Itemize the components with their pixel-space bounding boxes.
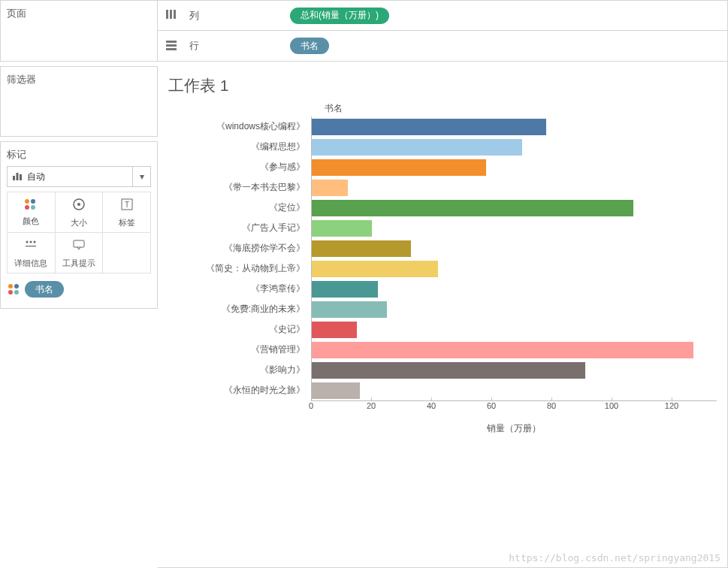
svg-rect-10: [26, 246, 36, 246]
category-label: 《简史：从动物到上帝》: [168, 258, 311, 279]
marks-empty-cell: [103, 233, 151, 273]
bar-row: [312, 340, 717, 360]
bar-row: [312, 319, 717, 340]
bar[interactable]: [312, 261, 438, 277]
svg-text:T: T: [125, 201, 129, 209]
axis-tick: 20: [367, 401, 376, 410]
svg-rect-13: [170, 10, 172, 19]
chevron-down-icon: ▾: [132, 167, 150, 186]
marks-label-label: 标签: [119, 217, 135, 228]
bar[interactable]: [312, 119, 546, 135]
svg-point-7: [26, 240, 29, 243]
bar[interactable]: [312, 281, 378, 298]
bar[interactable]: [312, 240, 411, 257]
bars-container: [312, 116, 717, 400]
marks-size-button[interactable]: 大小: [56, 192, 104, 233]
marks-detail-button[interactable]: 详细信息: [8, 233, 56, 273]
axis-tick: 0: [309, 401, 313, 410]
bar-row: [312, 360, 717, 380]
svg-rect-2: [20, 174, 22, 180]
watermark: https://blog.csdn.net/springyang2015: [509, 552, 720, 563]
bar-chart-icon: [12, 171, 23, 183]
bar[interactable]: [312, 342, 693, 358]
sheet-title: 工作表 1: [168, 75, 717, 96]
category-label: 《带一本书去巴黎》: [168, 177, 311, 198]
color-encoding-row[interactable]: 书名: [7, 281, 151, 298]
category-label: 《营销管理》: [168, 340, 311, 360]
bar[interactable]: [312, 382, 360, 399]
bar[interactable]: [312, 180, 348, 196]
bar[interactable]: [312, 200, 633, 216]
category-label: 《免费:商业的未来》: [168, 299, 311, 319]
bar-row: [312, 157, 717, 177]
bar-row: [312, 238, 717, 258]
bar-row: [312, 198, 717, 218]
rows-icon: [165, 40, 179, 53]
bar[interactable]: [312, 322, 357, 338]
size-icon: [71, 197, 86, 214]
bar[interactable]: [312, 301, 387, 318]
mark-type-dropdown[interactable]: 自动 ▾: [7, 166, 151, 187]
columns-icon: [165, 9, 179, 22]
marks-detail-label: 详细信息: [14, 258, 47, 269]
category-label: 《永恒的时光之旅》: [168, 380, 311, 400]
color-icon: [23, 198, 38, 213]
visualization-area: 工作表 1 书名 《windows核心编程》《编程思想》《参与感》《带一本书去巴…: [158, 62, 728, 568]
category-label: 《参与感》: [168, 157, 311, 177]
category-labels: 《windows核心编程》《编程思想》《参与感》《带一本书去巴黎》《定位》《广告…: [168, 116, 311, 400]
svg-point-8: [30, 240, 32, 243]
bar-row: [312, 299, 717, 319]
svg-rect-17: [166, 48, 177, 50]
marks-size-label: 大小: [71, 217, 87, 228]
marks-tooltip-label: 工具提示: [62, 258, 95, 269]
bar-row: [312, 137, 717, 157]
pages-panel: 页面: [0, 0, 158, 62]
axis-tick: 120: [665, 401, 678, 410]
bar[interactable]: [312, 139, 522, 156]
rows-shelf[interactable]: 行 书名: [158, 31, 728, 62]
axis-tick: 100: [605, 401, 618, 410]
bar-row: [312, 279, 717, 299]
color-icon: [7, 282, 20, 296]
category-label: 《影响力》: [168, 360, 311, 380]
marks-color-button[interactable]: 颜色: [8, 192, 56, 233]
marks-tooltip-button[interactable]: 工具提示: [56, 233, 104, 273]
columns-shelf[interactable]: 列 总和(销量（万册）): [158, 0, 728, 31]
tooltip-icon: [71, 237, 86, 255]
x-axis: 020406080100120 销量（万册）: [311, 400, 717, 431]
category-label: 《史记》: [168, 319, 311, 340]
category-label: 《编程思想》: [168, 137, 311, 157]
color-encoding-pill[interactable]: 书名: [25, 281, 64, 298]
detail-icon: [23, 237, 38, 255]
pages-title: 页面: [7, 7, 151, 20]
bar[interactable]: [312, 220, 372, 237]
category-label: 《广告人手记》: [168, 218, 311, 238]
svg-rect-11: [74, 240, 84, 247]
mark-type-label: 自动: [27, 171, 45, 183]
chart: 书名 《windows核心编程》《编程思想》《参与感》《带一本书去巴黎》《定位》…: [168, 102, 717, 431]
category-label: 《定位》: [168, 198, 311, 218]
category-label: 《海底捞你学不会》: [168, 238, 311, 258]
bar[interactable]: [312, 159, 486, 176]
axis-tick: 40: [427, 401, 436, 410]
x-axis-label: 销量（万册）: [487, 422, 541, 435]
marks-title: 标记: [7, 148, 151, 162]
svg-rect-15: [166, 41, 177, 43]
bar-row: [312, 258, 717, 279]
axis-tick: 80: [547, 401, 556, 410]
svg-rect-16: [166, 44, 177, 47]
filters-title: 筛选器: [7, 73, 151, 86]
axis-tick: 60: [487, 401, 496, 410]
filters-panel: 筛选器: [0, 66, 158, 137]
rows-pill[interactable]: 书名: [290, 38, 329, 54]
svg-point-9: [34, 240, 36, 243]
category-axis-header: 书名: [311, 102, 356, 115]
rows-shelf-label: 行: [189, 39, 279, 53]
category-label: 《李鸿章传》: [168, 279, 311, 299]
marks-label-button[interactable]: T 标签: [103, 192, 151, 233]
marks-panel: 标记 自动 ▾ 颜色 大小: [0, 141, 158, 309]
columns-pill[interactable]: 总和(销量（万册）): [290, 8, 389, 24]
svg-rect-0: [13, 176, 15, 180]
svg-rect-1: [17, 173, 19, 180]
bar[interactable]: [312, 362, 585, 379]
